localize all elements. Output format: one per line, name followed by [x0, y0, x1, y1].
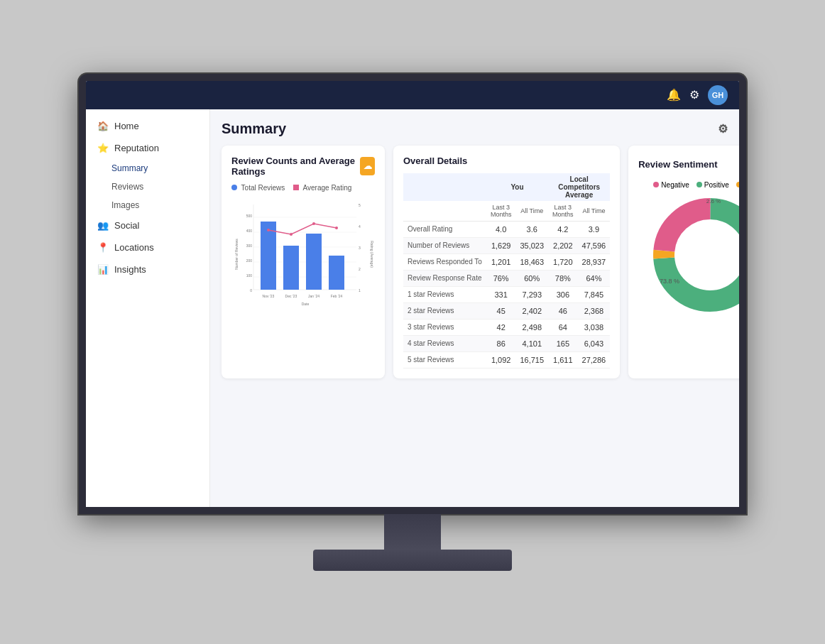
you-last3-header: Last 3 Months — [486, 201, 516, 222]
row-you-all: 3.6 — [515, 221, 548, 237]
sidebar-item-reviews-label: Reviews — [111, 182, 143, 192]
avg-rating-line — [268, 224, 337, 234]
row-label: Number of Reviews — [403, 237, 486, 253]
svg-text:4: 4 — [359, 224, 361, 229]
row-comp-all: 28,937 — [578, 253, 611, 270]
row-you-all: 18,463 — [515, 253, 548, 270]
chart-point-feb — [335, 227, 338, 229]
svg-text:300: 300 — [246, 244, 253, 248]
row-comp-all: 2,368 — [578, 302, 611, 319]
row-label: Review Response Rate — [403, 270, 486, 286]
review-sentiment-title: Review Sentiment ☁ — [638, 155, 739, 174]
svg-text:0: 0 — [250, 288, 252, 293]
table-row: 2 star Reviews 45 2,402 46 2,368 — [403, 302, 610, 319]
row-you-all: 4,101 — [515, 335, 548, 351]
svg-text:500: 500 — [246, 214, 253, 218]
row-label: Reviews Responded To — [403, 253, 486, 270]
table-row: Number of Reviews 1,629 35,023 2,202 47,… — [403, 237, 610, 253]
chart-point-jan — [312, 222, 315, 225]
svg-text:2: 2 — [359, 267, 361, 271]
chart-point-nov — [267, 229, 270, 231]
overall-details-title: Overall Details — [403, 155, 610, 166]
svg-text:Feb '24: Feb '24 — [331, 294, 343, 298]
sidebar-item-images-label: Images — [111, 200, 139, 210]
filter-icon[interactable]: ⚙ — [718, 122, 728, 136]
content-area: Summary ⚙ Review Counts and Average Rati… — [210, 109, 739, 507]
review-counts-cloud-btn[interactable]: ☁ — [360, 157, 375, 175]
gear-icon[interactable]: ⚙ — [689, 88, 699, 102]
sidebar-item-reputation[interactable]: ⭐ Reputation — [86, 137, 209, 159]
table-row: 5 star Reviews 1,092 16,715 1,611 27,286 — [403, 351, 610, 368]
review-counts-card: Review Counts and Average Ratings ☁ Tota… — [222, 146, 385, 378]
svg-text:200: 200 — [246, 258, 253, 263]
svg-text:Number of Reviews: Number of Reviews — [234, 238, 239, 269]
sidebar-item-summary-label: Summary — [111, 163, 148, 173]
bell-icon[interactable]: 🔔 — [667, 88, 681, 102]
row-comp-all: 6,043 — [578, 335, 611, 351]
positive-label: 73.8 % — [660, 278, 679, 285]
row-comp-last3: 46 — [548, 302, 578, 319]
bar-chart-svg: Number of Reviews Rating (Average) 0 — [231, 197, 375, 311]
bar-jan — [306, 234, 322, 290]
row-comp-all: 3,038 — [578, 319, 611, 335]
sidebar-item-images[interactable]: Images — [86, 196, 209, 214]
table-row: Overall Rating 4.0 3.6 4.2 3.9 — [403, 221, 610, 237]
row-label: Overall Rating — [403, 221, 486, 237]
you-header: You — [486, 173, 548, 201]
svg-text:Jan '24: Jan '24 — [308, 294, 319, 298]
row-comp-all: 7,845 — [578, 286, 611, 302]
row-label: 5 star Reviews — [403, 351, 486, 368]
row-comp-last3: 1,720 — [548, 253, 578, 270]
empty-header — [403, 173, 486, 201]
chart-legend: Total Reviews Average Rating — [231, 184, 375, 192]
sidebar-item-insights[interactable]: 📊 Insights — [86, 258, 209, 280]
svg-text:3: 3 — [359, 246, 361, 250]
row-you-last3: 86 — [486, 335, 516, 351]
row-you-all: 2,498 — [515, 319, 548, 335]
page-title: Summary — [222, 121, 286, 137]
sidebar-item-social[interactable]: 👥 Social — [86, 214, 209, 236]
sidebar: 🏠 Home ⭐ Reputation Summary Reviews — [86, 109, 210, 507]
row-comp-last3: 4.2 — [548, 221, 578, 237]
sidebar-item-reviews[interactable]: Reviews — [86, 178, 209, 196]
svg-text:400: 400 — [246, 229, 253, 233]
total-reviews-dot — [231, 185, 237, 190]
sidebar-item-locations-label: Locations — [114, 242, 154, 253]
sidebar-item-locations[interactable]: 📍 Locations — [86, 236, 209, 258]
home-icon: 🏠 — [97, 121, 109, 131]
donut-chart-container: 23.6 % 73.8 % 2.6 % — [638, 195, 739, 308]
row-you-all: 60% — [515, 270, 548, 286]
row-you-all: 2,402 — [515, 302, 548, 319]
sidebar-item-home[interactable]: 🏠 Home — [86, 115, 209, 137]
sidebar-item-summary[interactable]: Summary — [86, 159, 209, 178]
row-comp-all: 3.9 — [578, 221, 611, 237]
table-row: 1 star Reviews 331 7,293 306 7,845 — [403, 286, 610, 302]
row-comp-last3: 2,202 — [548, 237, 578, 253]
sidebar-item-social-label: Social — [114, 220, 139, 231]
svg-text:Date: Date — [302, 302, 310, 306]
row-you-last3: 42 — [486, 319, 516, 335]
table-row: Reviews Responded To 1,201 18,463 1,720 … — [403, 253, 610, 270]
donut-chart-svg: 23.6 % 73.8 % 2.6 % — [639, 187, 739, 315]
star-icon: ⭐ — [97, 143, 109, 153]
social-icon: 👥 — [97, 220, 109, 231]
comp-last3-header: Last 3 Months — [548, 201, 578, 222]
overall-details-card: Overall Details You Local Competitors Av… — [393, 146, 620, 378]
avatar[interactable]: GH — [708, 85, 728, 105]
monitor-stand — [313, 550, 512, 571]
row-comp-all: 47,596 — [578, 237, 611, 253]
insights-icon: 📊 — [97, 264, 109, 275]
svg-text:1: 1 — [359, 288, 361, 293]
location-icon: 📍 — [97, 242, 109, 253]
bar-chart-container: Number of Reviews Rating (Average) 0 — [231, 197, 375, 311]
row-you-last3: 76% — [486, 270, 516, 286]
you-alltime-header: All Time — [515, 201, 548, 222]
app: 🔔 ⚙ GH 🏠 Home ⭐ Reputation — [86, 81, 739, 507]
row-comp-all: 64% — [578, 270, 611, 286]
neutral-label: 2.6 % — [706, 198, 721, 204]
details-table: You Local Competitors Average Last 3 Mon… — [403, 173, 610, 369]
donut-hole — [676, 221, 739, 289]
table-row: Review Response Rate 76% 60% 78% 64% — [403, 270, 610, 286]
row-comp-last3: 165 — [548, 335, 578, 351]
row-comp-last3: 78% — [548, 270, 578, 286]
